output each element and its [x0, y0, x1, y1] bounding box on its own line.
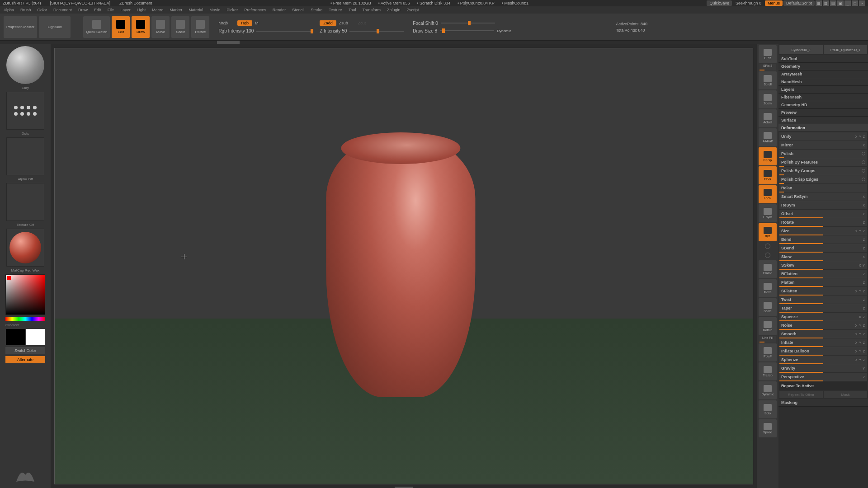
persp-button[interactable]: Persp [759, 147, 777, 165]
section-masking[interactable]: Masking [778, 399, 868, 407]
menu-tool[interactable]: Tool [349, 8, 356, 12]
menu-file[interactable]: File [108, 8, 114, 12]
deform-polish[interactable]: Polish [779, 150, 867, 158]
menu-picker[interactable]: Picker [226, 8, 238, 12]
layout-button[interactable]: DefaultZScript [783, 0, 815, 6]
deform-offset[interactable]: OffsetY [779, 210, 867, 218]
linefill-slider[interactable]: Line Fill [760, 336, 776, 343]
section-fibermesh[interactable]: FiberMesh [778, 94, 868, 101]
aahalf-button[interactable]: AAHalf [759, 128, 777, 146]
tool-header-2[interactable]: PM3D_Cylinder3D_1 [824, 45, 867, 54]
repeat-to-other-button[interactable]: Repeat To Other [779, 391, 823, 398]
deform-unify[interactable]: UnifyX Y Z [779, 132, 867, 141]
menu-color[interactable]: Color [38, 8, 47, 12]
menu-texture[interactable]: Texture [329, 8, 342, 12]
deform-flatten[interactable]: FlattenZ [779, 278, 867, 286]
section-deformation[interactable]: Deformation [778, 124, 868, 132]
deform-inflate[interactable]: InflateX Y Z [779, 338, 867, 347]
scale-button[interactable]: Scale [759, 298, 777, 316]
brush-thumbnail[interactable] [6, 46, 44, 84]
transp-button[interactable]: Transp [759, 362, 777, 380]
draw-button[interactable]: Draw [132, 16, 150, 38]
stroke-thumbnail[interactable] [6, 92, 44, 130]
move-button[interactable]: Move [151, 16, 170, 38]
m-button[interactable]: M [255, 21, 271, 25]
rgb-button[interactable]: Rgb [237, 20, 252, 26]
material-thumbnail[interactable] [6, 229, 44, 267]
menu-stencil[interactable]: Stencil [292, 8, 304, 12]
menu-transform[interactable]: Transform [362, 8, 381, 12]
menu-document[interactable]: Document [53, 8, 72, 12]
texture-thumbnail[interactable] [6, 183, 44, 221]
projection-master-button[interactable]: Projection Master [4, 16, 37, 38]
section-geometry-hd[interactable]: Geometry HD [778, 101, 868, 109]
zadd-button[interactable]: Zadd [320, 20, 336, 26]
section-preview[interactable]: Preview [778, 109, 868, 117]
section-subtool[interactable]: SubTool [778, 55, 868, 63]
scale-button[interactable]: Scale [171, 16, 189, 38]
layout-1-icon[interactable]: ▦ [816, 0, 822, 6]
zcut-button[interactable]: Zcut [358, 21, 374, 25]
layout-3-icon[interactable]: ▤ [830, 0, 836, 6]
deform-gravity[interactable]: GravityY [779, 364, 867, 372]
deform-mirror[interactable]: MirrorX [779, 141, 867, 149]
alternate-button[interactable]: Alternate [5, 356, 45, 363]
hue-slider[interactable] [5, 317, 45, 321]
spix-slider[interactable]: SPix 3 [760, 64, 776, 70]
scroll-button[interactable]: Scroll [759, 71, 777, 89]
section-geometry[interactable]: Geometry [778, 63, 868, 70]
deform-sflatten[interactable]: SFlattenX Y Z [779, 287, 867, 295]
menu-material[interactable]: Material [189, 8, 203, 12]
gradient-button[interactable]: Gradient [5, 323, 45, 327]
nav-dot-icon[interactable] [765, 244, 770, 249]
menu-brush[interactable]: Brush [20, 8, 31, 12]
menus-button[interactable]: Menus [765, 0, 783, 6]
minimize-icon[interactable]: _ [844, 0, 851, 6]
menu-marker[interactable]: Marker [170, 8, 182, 12]
repeat-to-active-button[interactable]: Repeat To Active [779, 382, 867, 390]
mask-button[interactable]: Mask [824, 391, 867, 398]
deform-polish-by-groups[interactable]: Polish By Groups [779, 167, 867, 175]
dynamic-label[interactable]: Dynamic [497, 29, 511, 33]
polyf-button[interactable]: PolyF [759, 343, 777, 361]
menu-render[interactable]: Render [273, 8, 286, 12]
color-picker[interactable] [5, 274, 45, 315]
menu-light[interactable]: Light [137, 8, 146, 12]
menu-zscript[interactable]: Zscript [407, 8, 419, 12]
layout-2-icon[interactable]: ▥ [823, 0, 829, 6]
section-layers[interactable]: Layers [778, 86, 868, 94]
local-button[interactable]: Local [759, 185, 777, 203]
deform-skew[interactable]: SkewX [779, 253, 867, 261]
deform-sbend[interactable]: SBendZ [779, 244, 867, 252]
draw-size-slider[interactable] [440, 30, 494, 31]
tool-header-1[interactable]: Cylinder3D_1 [779, 45, 823, 54]
menu-draw[interactable]: Draw [78, 8, 88, 12]
deform-relax[interactable]: Relax [779, 184, 867, 192]
rotate-button[interactable]: Rotate [191, 16, 209, 38]
solo-button[interactable]: Solo [759, 400, 777, 418]
move-button[interactable]: Move [759, 279, 777, 297]
deform-bend[interactable]: BendZ [779, 235, 867, 244]
deform-resym[interactable]: ReSymX [779, 201, 867, 209]
deform-polish-by-features[interactable]: Polish By Features [779, 158, 867, 166]
nav-dot-icon[interactable] [765, 253, 770, 258]
zoom-button[interactable]: Zoom [759, 90, 777, 108]
z-intensity-slider[interactable] [349, 31, 404, 32]
maximize-icon[interactable]: □ [852, 0, 858, 6]
menu-macro[interactable]: Macro [152, 8, 163, 12]
deform-rflatten[interactable]: RFlattenZ [779, 270, 867, 278]
alpha-thumbnail[interactable] [6, 137, 44, 175]
deform-smooth[interactable]: SmoothX Y Z [779, 330, 867, 338]
mrgb-button[interactable]: Mrgb [218, 21, 235, 25]
actual-button[interactable]: Actual [759, 109, 777, 127]
lsym-button[interactable]: L.Sym [759, 204, 777, 222]
close-icon[interactable]: × [859, 0, 865, 6]
swatch-white[interactable] [26, 329, 45, 345]
menu-zplugin[interactable]: Zplugin [387, 8, 401, 12]
deform-inflate-balloon[interactable]: Inflate BalloonX Y Z [779, 347, 867, 355]
rgb-intensity-slider[interactable] [256, 31, 311, 32]
zsub-button[interactable]: Zsub [339, 21, 355, 25]
dynamic-button[interactable]: Dynamic [759, 381, 777, 399]
deform-taper[interactable]: TaperZ [779, 304, 867, 312]
xyz-button[interactable]: Xyz [759, 223, 777, 241]
